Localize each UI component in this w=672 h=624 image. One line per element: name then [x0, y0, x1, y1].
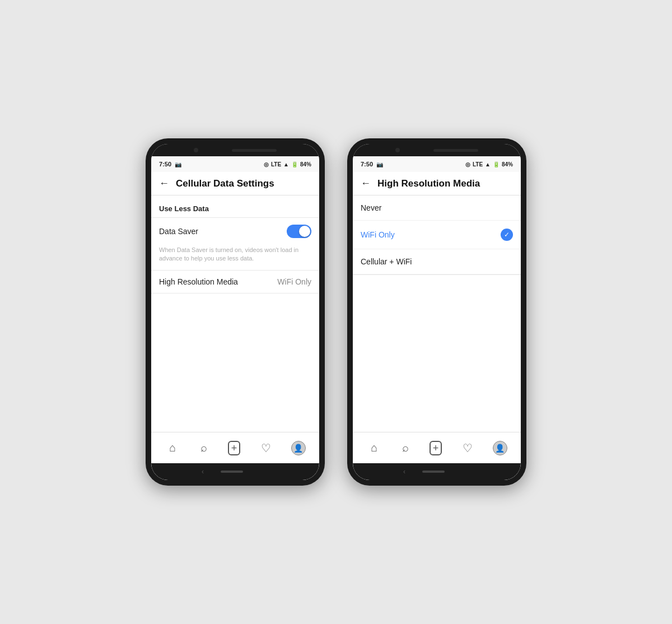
divider-3: [151, 293, 319, 294]
page-title-2: High Resolution Media: [377, 178, 480, 189]
battery-pct: 84%: [300, 161, 311, 167]
camera-dot-2: [395, 148, 400, 152]
data-saver-toggle[interactable]: [287, 225, 311, 238]
use-less-data-header: Use Less Data: [151, 195, 319, 217]
option-cellular-wifi[interactable]: Cellular + WiFi: [353, 249, 521, 274]
status-bar-2: 7:50 📷 ◎ LTE ▲ 🔋 84%: [353, 156, 521, 172]
option-never-label: Never: [361, 203, 381, 212]
page-title-1: Cellular Data Settings: [176, 178, 274, 189]
heart-icon-2[interactable]: ♡: [458, 437, 477, 459]
bottom-nav-1: ⌂ ⌕ + ♡ 👤: [151, 432, 319, 463]
chevron-left-icon-2: ‹: [403, 468, 405, 476]
signal-icon-2: ▲: [485, 161, 491, 167]
battery-icon: 🔋: [291, 161, 298, 167]
lte-text: LTE: [271, 161, 281, 167]
option-never[interactable]: Never: [353, 195, 521, 221]
high-res-label: High Resolution Media: [159, 277, 238, 286]
heart-icon-1[interactable]: ♡: [256, 437, 276, 459]
speaker-bar: [232, 149, 277, 152]
back-button-1[interactable]: ←: [159, 178, 169, 189]
high-res-value: WiFi Only: [277, 277, 311, 286]
camera-icon-1: 📷: [175, 161, 181, 167]
phone-top-hardware-2: [353, 144, 521, 156]
data-saver-row[interactable]: Data Saver: [151, 218, 319, 245]
option-wifi-only[interactable]: WiFi Only ✓: [353, 221, 521, 249]
add-icon-1[interactable]: +: [228, 441, 241, 455]
add-icon-2[interactable]: +: [430, 441, 442, 455]
nav-bar-2: ← High Resolution Media: [353, 172, 521, 195]
phone-2: 7:50 📷 ◎ LTE ▲ 🔋 84% ← High Resolution M…: [347, 138, 526, 486]
status-bar-1: 7:50 📷 ◎ LTE ▲ 🔋 84%: [151, 156, 319, 172]
divider-4: [353, 274, 521, 275]
profile-icon-2[interactable]: 👤: [493, 441, 507, 455]
gesture-bar-1: ‹: [151, 463, 319, 480]
gesture-pill-1: [221, 471, 243, 473]
content-area-2: Never WiFi Only ✓ Cellular + WiFi: [353, 195, 521, 432]
battery-pct-2: 84%: [502, 161, 513, 167]
home-icon-1[interactable]: ⌂: [165, 437, 180, 459]
data-saver-label: Data Saver: [159, 227, 198, 236]
chevron-left-icon: ‹: [202, 468, 204, 476]
profile-icon-1[interactable]: 👤: [291, 441, 306, 455]
camera-icon-2: 📷: [376, 161, 383, 167]
phone-1: 7:50 📷 ◎ LTE ▲ 🔋 84% ← Cellular Data Set…: [146, 138, 325, 486]
option-wifi-only-label: WiFi Only: [361, 230, 395, 239]
high-res-row[interactable]: High Resolution Media WiFi Only: [151, 271, 319, 293]
privacy-icon: ◎: [264, 161, 269, 167]
search-icon-1[interactable]: ⌕: [196, 437, 212, 459]
nav-bar-1: ← Cellular Data Settings: [151, 172, 319, 195]
wifi-only-check: ✓: [501, 229, 513, 241]
signal-icon: ▲: [283, 161, 289, 167]
home-icon-2[interactable]: ⌂: [366, 437, 382, 459]
search-icon-2[interactable]: ⌕: [398, 437, 413, 459]
data-saver-helper: When Data Saver is turned on, videos won…: [151, 245, 319, 270]
time-2: 7:50: [361, 161, 373, 167]
time-1: 7:50: [159, 161, 171, 167]
phones-container: 7:50 📷 ◎ LTE ▲ 🔋 84% ← Cellular Data Set…: [146, 138, 526, 486]
gesture-pill-2: [422, 471, 445, 473]
battery-icon-2: 🔋: [493, 161, 500, 167]
gesture-bar-2: ‹: [353, 463, 521, 480]
option-cellular-wifi-label: Cellular + WiFi: [361, 257, 412, 266]
phone-top-hardware: [151, 144, 319, 156]
lte-text-2: LTE: [473, 161, 483, 167]
privacy-icon-2: ◎: [465, 161, 470, 167]
camera-dot: [194, 148, 198, 152]
content-area-1: Use Less Data Data Saver When Data Saver…: [151, 195, 319, 432]
bottom-nav-2: ⌂ ⌕ + ♡ 👤: [353, 432, 521, 463]
speaker-bar-2: [433, 149, 478, 152]
back-button-2[interactable]: ←: [361, 178, 371, 189]
toggle-knob: [299, 226, 310, 237]
